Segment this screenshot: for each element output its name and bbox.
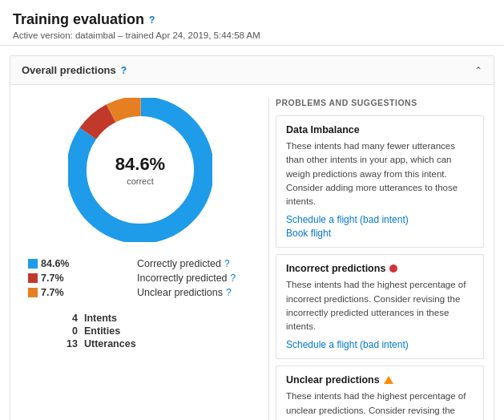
page-subtitle: Active version: dataimbal – trained Apr … <box>13 30 491 40</box>
problems-title: PROBLEMS AND SUGGESTIONS <box>276 98 484 107</box>
suggestion-link-1-0[interactable]: Schedule a flight (bad intent) <box>286 339 474 350</box>
page-header: Training evaluation ? Active version: da… <box>0 0 504 46</box>
suggestion-link-0-0[interactable]: Schedule a flight (bad intent) <box>286 214 474 225</box>
left-panel: 84.6% correct 84.6% Correctly predicted … <box>20 98 260 420</box>
suggestion-card-0: Data Imbalance These intents had many fe… <box>276 115 484 248</box>
count-label-0: Intents <box>84 313 252 324</box>
donut-percent: 84.6% <box>115 154 165 175</box>
stat-color-orange <box>28 288 38 297</box>
stat-color-red <box>28 273 38 283</box>
orange-triangle-icon <box>384 376 393 384</box>
stat-value-2: 7.7% <box>41 287 64 298</box>
count-label-1: Entities <box>84 325 252 337</box>
collapse-icon[interactable]: ⌃ <box>474 65 482 76</box>
count-label-2: Utterances <box>84 338 252 349</box>
suggestion-title-1: Incorrect predictions <box>286 263 474 274</box>
overall-body: 84.6% correct 84.6% Correctly predicted … <box>10 85 494 420</box>
stat-help-1[interactable]: ? <box>231 273 236 284</box>
overall-section: Overall predictions ? ⌃ 84.6% correct <box>10 55 494 420</box>
page-title-help-icon[interactable]: ? <box>149 14 155 26</box>
suggestion-desc-1: These intents had the highest percentage… <box>286 278 474 333</box>
stat-label-2: Unclear predictions ? <box>137 287 252 298</box>
suggestion-desc-2: These intents had the highest percentage… <box>286 390 474 420</box>
suggestion-title-0: Data Imbalance <box>286 124 474 135</box>
stat-color-blue <box>28 259 38 269</box>
overall-help-icon[interactable]: ? <box>121 65 127 76</box>
suggestion-link-0-1[interactable]: Book flight <box>286 228 474 239</box>
suggestion-desc-0: These intents had many fewer utterances … <box>286 139 474 208</box>
overall-header: Overall predictions ? ⌃ <box>10 56 494 85</box>
stat-indicator-0: 84.6% <box>28 258 76 269</box>
stat-indicator-1: 7.7% <box>28 273 76 284</box>
suggestion-card-1: Incorrect predictions These intents had … <box>276 254 484 359</box>
stat-help-0[interactable]: ? <box>224 258 230 269</box>
count-num-2: 13 <box>38 338 78 349</box>
stat-label-1: Incorrectly predicted ? <box>137 273 252 284</box>
right-panel: PROBLEMS AND SUGGESTIONS Data Imbalance … <box>268 98 484 420</box>
stats-grid: 84.6% Correctly predicted ? 7.7% Incorre… <box>20 258 260 298</box>
red-dot-icon <box>389 265 397 273</box>
stat-indicator-2: 7.7% <box>28 287 76 298</box>
stat-label-0: Correctly predicted ? <box>137 258 252 269</box>
donut-label: 84.6% correct <box>115 154 165 187</box>
suggestion-title-2: Unclear predictions <box>286 374 474 386</box>
stat-value-0: 84.6% <box>41 258 69 269</box>
donut-chart: 84.6% correct <box>68 98 212 242</box>
donut-correct-label: correct <box>127 176 154 186</box>
count-num-1: 0 <box>38 325 78 337</box>
page-title: Training evaluation <box>13 11 144 28</box>
stat-value-1: 7.7% <box>41 273 64 284</box>
counts-grid: 4 Intents 0 Entities 13 Utterances <box>20 306 260 349</box>
stat-help-2[interactable]: ? <box>226 287 232 298</box>
count-num-0: 4 <box>38 313 78 324</box>
suggestion-card-2: Unclear predictions These intents had th… <box>276 365 484 420</box>
overall-title-text: Overall predictions <box>22 64 116 76</box>
